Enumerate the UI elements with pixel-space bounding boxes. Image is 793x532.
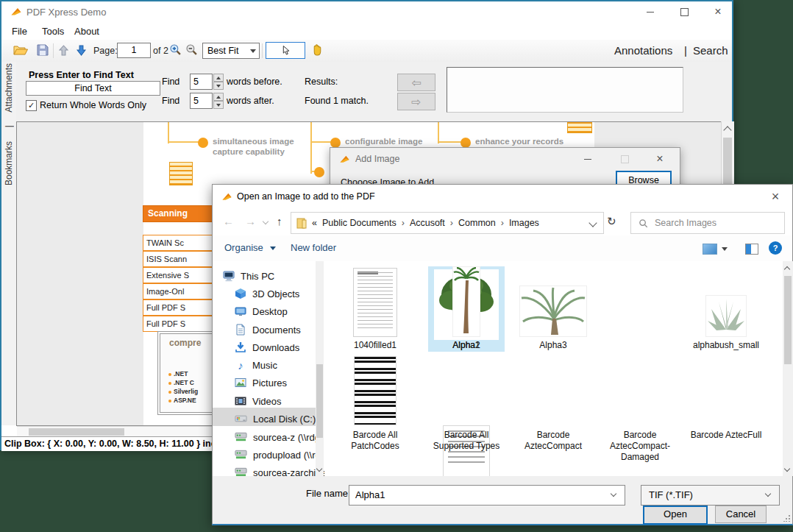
nav-history-chevron-icon[interactable] xyxy=(263,219,269,224)
scrollbar-thumb[interactable] xyxy=(29,428,124,436)
zoom-out-icon[interactable] xyxy=(185,43,198,56)
words-before-stepper[interactable]: 5 xyxy=(190,74,224,90)
address-bar[interactable]: « Public Documents › Accusoft › Common ›… xyxy=(291,212,604,234)
network-drive-icon xyxy=(235,467,247,476)
menu-file[interactable]: File xyxy=(12,26,27,37)
open-file-icon[interactable] xyxy=(13,44,28,56)
breadcrumb-item[interactable]: Common xyxy=(458,218,496,228)
navigation-pane: This PC 3D Objects Desktop Documents Dow… xyxy=(213,261,324,476)
tree-item-3d-objects[interactable]: 3D Objects xyxy=(235,285,299,302)
search-panel: Press Enter to Find Text Find Text ✓ Ret… xyxy=(1,62,732,121)
tab-separator: | xyxy=(684,44,687,57)
annotations-tab[interactable]: Annotations xyxy=(614,44,672,57)
new-folder-button[interactable]: New folder xyxy=(291,242,336,253)
menu-tools[interactable]: Tools xyxy=(42,26,64,37)
menu-bar: File Tools About xyxy=(1,22,732,40)
close-button[interactable]: × xyxy=(645,148,675,170)
file-tile[interactable] xyxy=(353,268,397,337)
tab-bookmarks[interactable]: Bookmarks xyxy=(4,141,14,185)
words-after-stepper[interactable]: 5 xyxy=(190,93,224,109)
nav-up-icon[interactable]: ↑ xyxy=(277,215,282,227)
save-icon[interactable] xyxy=(37,44,49,56)
scrollbar-thumb[interactable] xyxy=(784,276,792,364)
file-name-input[interactable]: Alpha1 xyxy=(349,485,625,506)
organise-menu[interactable]: Organise xyxy=(224,242,263,253)
previous-page-icon[interactable] xyxy=(59,44,68,57)
select-tool-button[interactable] xyxy=(266,42,305,59)
dialog-title: Open an Image to add to the PDF xyxy=(237,191,375,202)
file-tile[interactable] xyxy=(452,266,480,337)
file-type-select[interactable]: TIF (*.TIF) xyxy=(641,485,780,506)
tree-item-desktop[interactable]: Desktop xyxy=(235,302,288,320)
tree-item-network-drive[interactable]: sourcea-z (\\rdg xyxy=(235,428,320,446)
connector-line xyxy=(438,122,439,143)
minimize-button[interactable] xyxy=(573,148,602,170)
tree-item-this-pc[interactable]: This PC xyxy=(223,267,274,285)
scroll-up-icon[interactable] xyxy=(784,266,790,272)
words-before-label: words before. xyxy=(227,77,282,87)
zoom-mode-select[interactable]: Best Fit xyxy=(202,43,260,59)
search-box[interactable]: Search Images xyxy=(630,212,785,234)
stepper-up-icon[interactable] xyxy=(213,93,224,101)
tree-scrollbar[interactable] xyxy=(316,261,324,476)
scroll-down-icon[interactable] xyxy=(784,466,790,472)
scrollbar-thumb[interactable] xyxy=(316,364,323,438)
scroll-up-icon[interactable] xyxy=(723,126,731,134)
stepper-up-icon[interactable] xyxy=(213,74,224,82)
file-tile[interactable] xyxy=(354,356,396,425)
preview-pane-icon[interactable] xyxy=(745,244,758,255)
nav-forward-icon[interactable]: → xyxy=(245,215,256,227)
open-button[interactable]: Open xyxy=(643,506,708,525)
close-icon: × xyxy=(656,153,663,165)
next-page-icon[interactable] xyxy=(77,44,86,57)
file-label: Barcode AztecFull xyxy=(685,430,767,441)
tree-item-pictures[interactable]: Pictures xyxy=(235,374,287,391)
open-image-dialog: Open an Image to add to the PDF × ← → ↑ … xyxy=(212,184,793,525)
resize-grip[interactable] xyxy=(783,515,790,522)
address-dropdown-icon[interactable] xyxy=(588,219,597,227)
tree-item-network-drive[interactable]: sourcea-zarchive xyxy=(235,464,324,476)
close-button[interactable]: × xyxy=(758,185,792,208)
breadcrumb-item[interactable]: Public Documents xyxy=(322,218,396,228)
refresh-icon[interactable]: ↻ xyxy=(607,215,616,228)
close-button[interactable]: × xyxy=(703,1,733,22)
arrow-left-icon: ⇦ xyxy=(411,76,421,90)
breadcrumb-item[interactable]: Accusoft xyxy=(410,218,445,228)
download-icon xyxy=(235,341,246,353)
maximize-button[interactable] xyxy=(669,1,699,22)
file-list-scrollbar[interactable] xyxy=(783,261,793,476)
scroll-down-icon[interactable] xyxy=(316,466,322,472)
file-tile[interactable] xyxy=(519,285,587,337)
file-tile[interactable] xyxy=(705,295,747,337)
title-bar[interactable]: PDF Xpress Demo × xyxy=(1,1,732,22)
results-listbox[interactable] xyxy=(447,67,683,113)
next-result-button[interactable]: ⇨ xyxy=(397,93,435,110)
chevron-down-icon[interactable] xyxy=(722,247,728,251)
breadcrumb-item[interactable]: Images xyxy=(509,218,539,228)
tree-item-network-drive[interactable]: produpload (\\rc xyxy=(235,446,320,464)
maximize-button[interactable] xyxy=(610,148,639,170)
help-icon[interactable]: ? xyxy=(769,241,782,255)
nav-back-icon[interactable]: ← xyxy=(223,215,234,227)
zoom-in-icon[interactable] xyxy=(169,43,182,56)
cancel-button[interactable]: Cancel xyxy=(715,506,767,523)
tree-item-videos[interactable]: Videos xyxy=(235,392,282,410)
view-thumbnails-icon[interactable] xyxy=(703,244,717,255)
search-tab[interactable]: Search xyxy=(693,44,728,57)
previous-result-button[interactable]: ⇦ xyxy=(397,74,435,91)
tree-item-downloads[interactable]: Downloads xyxy=(235,338,299,356)
stepper-down-icon[interactable] xyxy=(213,82,224,90)
file-label: 1040filled1 xyxy=(334,340,416,351)
minimize-button[interactable] xyxy=(636,1,665,22)
tab-attachments[interactable]: Attachments xyxy=(4,63,14,113)
page-number-input[interactable]: 1 xyxy=(117,43,151,58)
tree-item-documents[interactable]: Documents xyxy=(235,321,301,338)
network-drive-icon xyxy=(235,450,247,460)
find-text-input[interactable]: Find Text xyxy=(26,81,160,96)
pan-tool-icon[interactable] xyxy=(312,43,323,56)
tree-item-local-disk[interactable]: Local Disk (C:) xyxy=(235,410,316,428)
tree-item-music[interactable]: ♪ Music xyxy=(235,356,277,374)
stepper-down-icon[interactable] xyxy=(213,101,224,109)
whole-words-checkbox[interactable]: ✓ xyxy=(26,100,37,111)
menu-about[interactable]: About xyxy=(74,26,99,37)
